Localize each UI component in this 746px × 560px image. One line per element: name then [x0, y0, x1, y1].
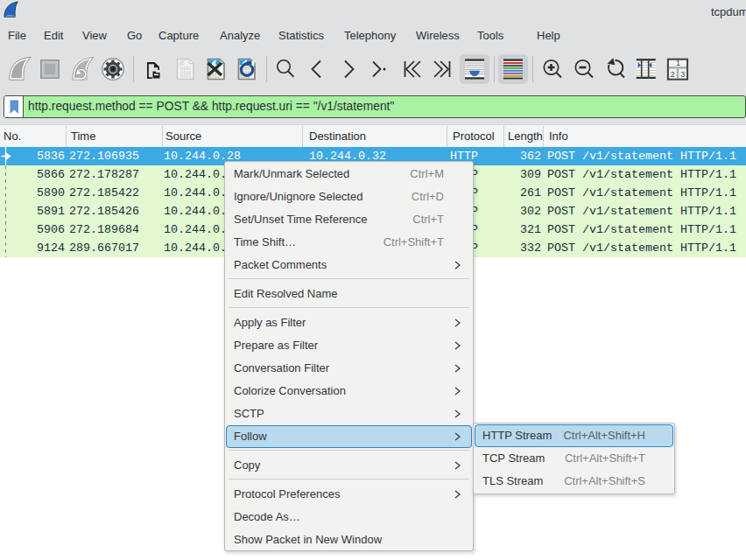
- svg-text:1: 1: [676, 59, 680, 67]
- svg-text:2: 2: [671, 70, 675, 79]
- svg-text:0112: 0112: [208, 74, 219, 80]
- svg-text:3: 3: [680, 70, 685, 79]
- svg-text:0111: 0111: [180, 74, 191, 80]
